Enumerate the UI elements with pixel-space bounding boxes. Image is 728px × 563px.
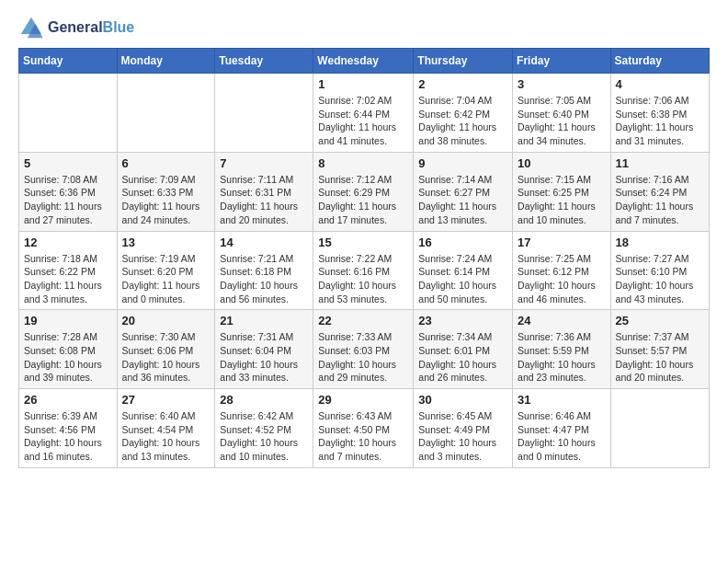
day-info: Sunrise: 7:37 AM Sunset: 5:57 PM Dayligh… — [616, 330, 704, 385]
day-info: Sunrise: 7:12 AM Sunset: 6:29 PM Dayligh… — [318, 173, 408, 227]
day-info: Sunrise: 7:08 AM Sunset: 6:36 PM Dayligh… — [24, 173, 112, 227]
day-number: 3 — [518, 77, 606, 91]
calendar-cell: 10Sunrise: 7:15 AM Sunset: 6:25 PM Dayli… — [513, 152, 611, 231]
day-info: Sunrise: 7:28 AM Sunset: 6:08 PM Dayligh… — [24, 330, 112, 385]
calendar-cell: 11Sunrise: 7:16 AM Sunset: 6:24 PM Dayli… — [610, 152, 709, 231]
day-number: 22 — [318, 314, 408, 327]
calendar-cell: 20Sunrise: 7:30 AM Sunset: 6:06 PM Dayli… — [117, 310, 215, 389]
logo: GeneralBlue — [18, 15, 134, 40]
day-info: Sunrise: 7:21 AM Sunset: 6:18 PM Dayligh… — [220, 252, 308, 306]
day-number: 2 — [418, 77, 507, 91]
day-header-wednesday: Wednesday — [313, 49, 414, 74]
day-number: 31 — [518, 393, 606, 407]
day-info: Sunrise: 7:14 AM Sunset: 6:27 PM Dayligh… — [418, 173, 507, 227]
calendar-cell: 15Sunrise: 7:22 AM Sunset: 6:16 PM Dayli… — [313, 231, 414, 310]
day-info: Sunrise: 7:15 AM Sunset: 6:25 PM Dayligh… — [518, 173, 606, 227]
calendar-body: 1Sunrise: 7:02 AM Sunset: 6:44 PM Daylig… — [19, 74, 710, 468]
calendar-cell: 3Sunrise: 7:05 AM Sunset: 6:40 PM Daylig… — [513, 74, 611, 153]
day-number: 17 — [518, 236, 606, 249]
day-number: 15 — [318, 236, 408, 249]
calendar-cell: 31Sunrise: 6:46 AM Sunset: 4:47 PM Dayli… — [513, 389, 611, 468]
week-row-2: 12Sunrise: 7:18 AM Sunset: 6:22 PM Dayli… — [19, 231, 710, 310]
day-number: 26 — [24, 393, 112, 407]
calendar-cell: 12Sunrise: 7:18 AM Sunset: 6:22 PM Dayli… — [19, 231, 118, 310]
day-info: Sunrise: 6:40 AM Sunset: 4:54 PM Dayligh… — [122, 409, 210, 464]
day-info: Sunrise: 7:06 AM Sunset: 6:38 PM Dayligh… — [616, 94, 704, 148]
logo-text: GeneralBlue — [48, 19, 134, 36]
day-number: 12 — [24, 236, 112, 249]
day-info: Sunrise: 7:05 AM Sunset: 6:40 PM Dayligh… — [518, 94, 606, 148]
day-info: Sunrise: 7:09 AM Sunset: 6:33 PM Dayligh… — [122, 173, 210, 227]
calendar-cell: 29Sunrise: 6:43 AM Sunset: 4:50 PM Dayli… — [313, 389, 414, 468]
calendar-cell: 19Sunrise: 7:28 AM Sunset: 6:08 PM Dayli… — [19, 310, 118, 389]
calendar-cell: 21Sunrise: 7:31 AM Sunset: 6:04 PM Dayli… — [215, 310, 313, 389]
logo-icon — [18, 15, 44, 40]
calendar-cell: 6Sunrise: 7:09 AM Sunset: 6:33 PM Daylig… — [117, 152, 215, 231]
week-row-3: 19Sunrise: 7:28 AM Sunset: 6:08 PM Dayli… — [19, 310, 710, 389]
day-number: 10 — [518, 156, 606, 170]
day-header-thursday: Thursday — [414, 49, 513, 74]
day-info: Sunrise: 6:45 AM Sunset: 4:49 PM Dayligh… — [418, 409, 507, 464]
calendar-cell: 16Sunrise: 7:24 AM Sunset: 6:14 PM Dayli… — [414, 231, 513, 310]
day-info: Sunrise: 7:27 AM Sunset: 6:10 PM Dayligh… — [616, 252, 704, 306]
calendar-cell: 14Sunrise: 7:21 AM Sunset: 6:18 PM Dayli… — [215, 231, 313, 310]
day-info: Sunrise: 7:31 AM Sunset: 6:04 PM Dayligh… — [220, 330, 308, 385]
day-number: 5 — [24, 156, 112, 170]
day-number: 28 — [220, 393, 308, 407]
week-row-4: 26Sunrise: 6:39 AM Sunset: 4:56 PM Dayli… — [19, 389, 710, 468]
day-number: 7 — [220, 156, 308, 170]
calendar-cell: 17Sunrise: 7:25 AM Sunset: 6:12 PM Dayli… — [513, 231, 611, 310]
calendar-table: SundayMondayTuesdayWednesdayThursdayFrid… — [18, 48, 710, 468]
day-header-monday: Monday — [117, 49, 215, 74]
calendar-cell — [117, 74, 215, 153]
day-info: Sunrise: 7:34 AM Sunset: 6:01 PM Dayligh… — [418, 330, 507, 385]
calendar-cell: 8Sunrise: 7:12 AM Sunset: 6:29 PM Daylig… — [313, 152, 414, 231]
day-number: 11 — [616, 156, 704, 170]
calendar-cell: 4Sunrise: 7:06 AM Sunset: 6:38 PM Daylig… — [610, 74, 709, 153]
day-number: 25 — [616, 314, 704, 327]
day-info: Sunrise: 7:33 AM Sunset: 6:03 PM Dayligh… — [318, 330, 408, 385]
day-info: Sunrise: 7:04 AM Sunset: 6:42 PM Dayligh… — [418, 94, 507, 148]
calendar-cell: 23Sunrise: 7:34 AM Sunset: 6:01 PM Dayli… — [414, 310, 513, 389]
day-number: 23 — [418, 314, 507, 327]
calendar-header: SundayMondayTuesdayWednesdayThursdayFrid… — [19, 49, 710, 74]
calendar-cell: 5Sunrise: 7:08 AM Sunset: 6:36 PM Daylig… — [19, 152, 118, 231]
header: GeneralBlue — [18, 15, 710, 40]
calendar-cell: 18Sunrise: 7:27 AM Sunset: 6:10 PM Dayli… — [610, 231, 709, 310]
calendar-cell: 7Sunrise: 7:11 AM Sunset: 6:31 PM Daylig… — [215, 152, 313, 231]
day-number: 21 — [220, 314, 308, 327]
day-info: Sunrise: 6:39 AM Sunset: 4:56 PM Dayligh… — [24, 409, 112, 464]
calendar-cell — [19, 74, 118, 153]
day-info: Sunrise: 6:46 AM Sunset: 4:47 PM Dayligh… — [518, 409, 606, 464]
calendar-cell: 22Sunrise: 7:33 AM Sunset: 6:03 PM Dayli… — [313, 310, 414, 389]
day-header-friday: Friday — [513, 49, 611, 74]
day-info: Sunrise: 7:24 AM Sunset: 6:14 PM Dayligh… — [418, 252, 507, 306]
calendar-cell: 13Sunrise: 7:19 AM Sunset: 6:20 PM Dayli… — [117, 231, 215, 310]
day-number: 27 — [122, 393, 210, 407]
page: GeneralBlue SundayMondayTuesdayWednesday… — [0, 0, 728, 483]
day-number: 18 — [616, 236, 704, 249]
day-number: 29 — [318, 393, 408, 407]
day-number: 6 — [122, 156, 210, 170]
day-info: Sunrise: 7:16 AM Sunset: 6:24 PM Dayligh… — [616, 173, 704, 227]
day-info: Sunrise: 6:43 AM Sunset: 4:50 PM Dayligh… — [318, 409, 408, 464]
day-header-tuesday: Tuesday — [215, 49, 313, 74]
day-number: 8 — [318, 156, 408, 170]
day-info: Sunrise: 6:42 AM Sunset: 4:52 PM Dayligh… — [220, 409, 308, 464]
calendar-cell: 9Sunrise: 7:14 AM Sunset: 6:27 PM Daylig… — [414, 152, 513, 231]
day-info: Sunrise: 7:30 AM Sunset: 6:06 PM Dayligh… — [122, 330, 210, 385]
day-number: 9 — [418, 156, 507, 170]
day-info: Sunrise: 7:11 AM Sunset: 6:31 PM Dayligh… — [220, 173, 308, 227]
day-number: 19 — [24, 314, 112, 327]
week-row-0: 1Sunrise: 7:02 AM Sunset: 6:44 PM Daylig… — [19, 74, 710, 153]
calendar-cell: 24Sunrise: 7:36 AM Sunset: 5:59 PM Dayli… — [513, 310, 611, 389]
calendar-cell — [610, 389, 709, 468]
day-number: 4 — [616, 77, 704, 91]
calendar-cell: 30Sunrise: 6:45 AM Sunset: 4:49 PM Dayli… — [414, 389, 513, 468]
day-header-saturday: Saturday — [610, 49, 709, 74]
day-info: Sunrise: 7:22 AM Sunset: 6:16 PM Dayligh… — [318, 252, 408, 306]
day-number: 13 — [122, 236, 210, 249]
calendar-cell: 1Sunrise: 7:02 AM Sunset: 6:44 PM Daylig… — [313, 74, 414, 153]
calendar-cell: 27Sunrise: 6:40 AM Sunset: 4:54 PM Dayli… — [117, 389, 215, 468]
calendar-cell: 2Sunrise: 7:04 AM Sunset: 6:42 PM Daylig… — [414, 74, 513, 153]
